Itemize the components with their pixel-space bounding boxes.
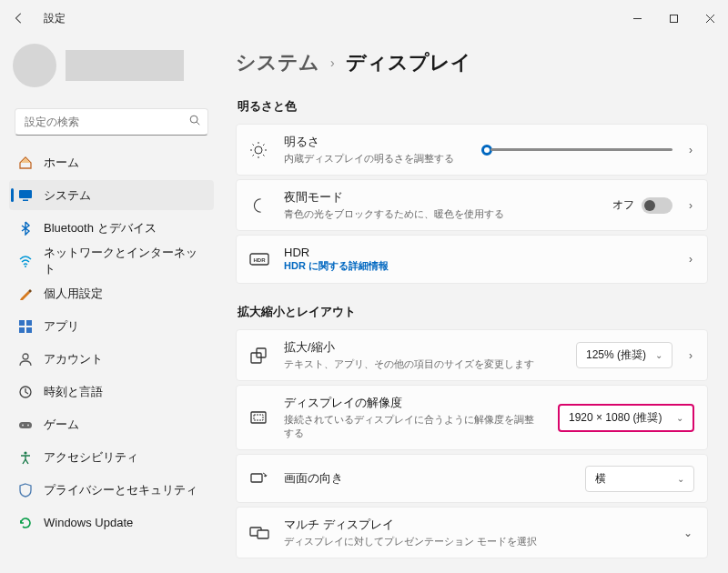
nightlight-icon (249, 197, 269, 214)
sidebar-item-label: アプリ (44, 318, 79, 335)
card-subtitle: 接続されているディスプレイに合うように解像度を調整する (284, 413, 543, 440)
brightness-icon (249, 141, 269, 159)
sidebar-item-label: ネットワークとインターネット (44, 245, 207, 277)
multi-display-icon (249, 525, 269, 541)
sidebar-item-system[interactable]: システム (9, 180, 214, 210)
search-input[interactable] (15, 108, 208, 136)
sidebar-item-time[interactable]: 時刻と言語 (9, 377, 214, 407)
sidebar-item-bluetooth[interactable]: Bluetooth とデバイス (9, 213, 214, 243)
sidebar-item-label: 時刻と言語 (44, 384, 103, 400)
card-title: 画面の向き (284, 470, 571, 487)
chevron-right-icon: › (687, 253, 694, 266)
orientation-dropdown[interactable]: 横 ⌄ (585, 466, 694, 492)
card-resolution[interactable]: ディスプレイの解像度 接続されているディスプレイに合うように解像度を調整する 1… (236, 385, 708, 450)
privacy-icon (18, 483, 33, 498)
chevron-right-icon: › (687, 199, 694, 212)
card-scale[interactable]: 拡大/縮小 テキスト、アプリ、その他の項目のサイズを変更します 125% (推奨… (236, 329, 708, 381)
sidebar-item-accessibility[interactable]: アクセシビリティ (9, 442, 214, 472)
window-title: 設定 (44, 11, 66, 26)
svg-rect-4 (19, 190, 32, 198)
breadcrumb-parent[interactable]: システム (236, 49, 319, 76)
minimize-button[interactable] (619, 0, 655, 36)
card-orientation[interactable]: 画面の向き 横 ⌄ (236, 454, 708, 503)
sidebar-item-label: システム (44, 187, 91, 204)
resolution-icon (249, 408, 269, 427)
sidebar-item-home[interactable]: ホーム (9, 147, 214, 177)
update-icon (18, 516, 33, 530)
svg-line-22 (253, 144, 255, 146)
apps-icon (18, 319, 33, 334)
nightlight-toggle[interactable] (642, 197, 672, 214)
sidebar-item-network[interactable]: ネットワークとインターネット (9, 246, 214, 276)
network-icon (18, 254, 33, 268)
sidebar-item-label: アカウント (44, 351, 103, 367)
search-icon (188, 114, 201, 126)
svg-rect-1 (670, 15, 677, 22)
sidebar-item-personalization[interactable]: 個人用設定 (9, 278, 214, 308)
resolution-dropdown[interactable]: 1920 × 1080 (推奨) ⌄ (558, 404, 694, 432)
svg-point-15 (27, 424, 29, 426)
sidebar-item-label: Bluetooth とデバイス (44, 220, 157, 236)
chevron-down-icon: ⌄ (677, 474, 684, 484)
card-brightness[interactable]: 明るさ 内蔵ディスプレイの明るさを調整する › (236, 124, 708, 176)
svg-text:HDR: HDR (254, 257, 267, 263)
svg-rect-9 (19, 327, 25, 333)
svg-line-24 (263, 144, 265, 146)
scale-dropdown[interactable]: 125% (推奨) ⌄ (576, 342, 672, 368)
chevron-down-icon: ⌄ (655, 350, 662, 360)
card-title: ディスプレイの解像度 (284, 395, 543, 411)
breadcrumb: システム › ディスプレイ (236, 49, 708, 76)
svg-point-14 (22, 424, 24, 426)
time-icon (18, 385, 33, 399)
svg-rect-32 (251, 474, 262, 482)
svg-rect-31 (254, 415, 263, 420)
svg-rect-10 (26, 327, 32, 333)
hdr-icon: HDR (249, 253, 269, 266)
card-subtitle: 青色の光をブロックするために、暖色を使用する (284, 207, 598, 221)
card-multi-display[interactable]: マルチ ディスプレイ ディスプレイに対してプレゼンテーション モードを選択 ⌄ (236, 507, 708, 558)
sidebar-item-label: アクセシビリティ (44, 449, 138, 466)
svg-line-25 (253, 155, 255, 156)
sidebar-item-label: ホーム (44, 155, 79, 171)
section-scale: 拡大縮小とレイアウト (238, 304, 708, 320)
card-title: HDR (284, 246, 672, 259)
svg-rect-34 (258, 530, 268, 538)
sidebar-item-accounts[interactable]: アカウント (9, 344, 214, 374)
svg-rect-8 (26, 320, 32, 326)
section-brightness: 明るさと色 (238, 98, 708, 115)
orientation-icon (249, 469, 269, 488)
back-button[interactable] (13, 12, 31, 25)
svg-rect-13 (19, 422, 32, 428)
sidebar-item-label: Windows Update (44, 516, 133, 529)
card-subtitle: ディスプレイに対してプレゼンテーション モードを選択 (284, 535, 667, 548)
personalization-icon (18, 286, 33, 301)
card-title: マルチ ディスプレイ (284, 517, 667, 533)
sidebar-item-privacy[interactable]: プライバシーとセキュリティ (9, 475, 214, 505)
sidebar-item-update[interactable]: Windows Update (9, 508, 214, 538)
card-hdr[interactable]: HDR HDR HDR に関する詳細情報 › (236, 235, 708, 284)
home-icon (18, 156, 33, 170)
card-nightlight[interactable]: 夜間モード 青色の光をブロックするために、暖色を使用する オフ › (236, 179, 708, 231)
profile[interactable] (9, 42, 214, 102)
svg-point-16 (24, 451, 26, 454)
card-title: 明るさ (284, 134, 467, 150)
chevron-right-icon: › (330, 55, 335, 70)
maximize-button[interactable] (655, 0, 692, 36)
sidebar: ホーム システム Bluetooth とデバイス ネットワークとインターネット … (0, 36, 223, 573)
toggle-label: オフ (612, 197, 634, 213)
card-title: 拡大/縮小 (284, 339, 561, 356)
search-box[interactable] (15, 108, 208, 136)
bluetooth-icon (18, 221, 33, 236)
sidebar-item-apps[interactable]: アプリ (9, 311, 214, 341)
card-title: 夜間モード (284, 189, 598, 206)
scale-icon (249, 347, 269, 365)
card-subtitle: テキスト、アプリ、その他の項目のサイズを変更します (284, 357, 561, 371)
system-icon (18, 188, 33, 203)
hdr-link[interactable]: HDR に関する詳細情報 (284, 259, 672, 273)
sidebar-item-gaming[interactable]: ゲーム (9, 409, 214, 439)
accessibility-icon (18, 450, 33, 465)
brightness-slider[interactable] (481, 145, 672, 156)
chevron-down-icon: ⌄ (682, 527, 694, 539)
sidebar-item-label: プライバシーとセキュリティ (44, 482, 197, 498)
close-button[interactable] (692, 0, 728, 36)
